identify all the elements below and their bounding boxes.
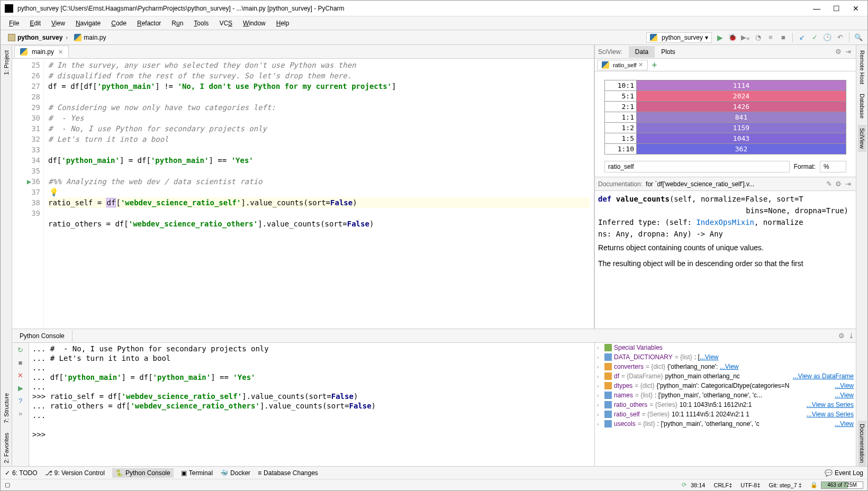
- menu-view[interactable]: View: [47, 19, 69, 28]
- run-button[interactable]: ▶: [715, 33, 725, 42]
- gear-icon[interactable]: ⚙: [834, 179, 843, 189]
- data-tab-ratio-self[interactable]: ratio_self✕: [597, 60, 648, 70]
- rerun-icon[interactable]: ↻: [16, 345, 25, 354]
- download-icon[interactable]: ⤓: [846, 331, 856, 341]
- git-branch[interactable]: Git: step_7 ‡: [769, 482, 802, 488]
- editor-tab-main[interactable]: main.py✕: [14, 46, 69, 58]
- menu-file[interactable]: File: [5, 19, 23, 28]
- side-tab-structure[interactable]: 7: Structure: [2, 390, 11, 426]
- code-editor[interactable]: 25 26 27 28 29 30 31 32 33 34 35 ▶36 37 …: [12, 59, 594, 329]
- var-row[interactable]: ›Special Variables: [595, 343, 856, 352]
- doc-target: for `df['webdev_science_ratio_self'].v..…: [646, 180, 824, 188]
- stop-icon[interactable]: ■: [16, 358, 25, 367]
- bb-todo[interactable]: ✓ 6: TODO: [5, 469, 38, 477]
- menu-code[interactable]: Code: [107, 19, 131, 28]
- menu-navigate[interactable]: Navigate: [71, 19, 105, 28]
- bb-eventlog[interactable]: 💬 Event Log: [825, 469, 863, 477]
- edit-icon[interactable]: ✎: [824, 179, 834, 189]
- var-row[interactable]: ›names = {list} : ['python_main', 'other…: [595, 390, 856, 400]
- python-icon: [602, 61, 609, 69]
- gear-icon[interactable]: ⚙: [837, 331, 846, 341]
- sync-icon[interactable]: ⟳: [682, 481, 686, 488]
- status-icon[interactable]: ▢: [5, 481, 10, 488]
- menu-run[interactable]: Run: [167, 19, 187, 28]
- more-icon[interactable]: »: [16, 408, 25, 418]
- bottom-toolbar: ✓ 6: TODO ⎇ 9: Version Control 🐍 Python …: [1, 466, 867, 479]
- menu-vcs[interactable]: VCS: [215, 19, 237, 28]
- var-row[interactable]: ›DATA_DICTIONARY = {list} : [...View: [595, 352, 856, 362]
- hide-icon[interactable]: ⇥: [843, 47, 853, 57]
- breadcrumb-project[interactable]: python_survey: [5, 33, 71, 42]
- minimize-button[interactable]: —: [813, 4, 820, 13]
- format-label: Format:: [794, 163, 816, 170]
- close-button[interactable]: ✕: [853, 4, 859, 13]
- encoding[interactable]: UTF-8‡: [740, 482, 760, 488]
- add-tab-button[interactable]: +: [648, 59, 661, 71]
- bb-db[interactable]: ≡ Database Changes: [258, 469, 318, 477]
- gear-icon[interactable]: ⚙: [834, 47, 843, 57]
- search-everywhere-button[interactable]: 🔍: [854, 33, 863, 42]
- side-tab-remote[interactable]: Remote Host: [858, 47, 866, 87]
- maximize-button[interactable]: ☐: [833, 4, 840, 13]
- right-tool-tabs: Remote Host Database SciView Documentati…: [856, 45, 867, 466]
- editor-tabs: main.py✕: [12, 45, 594, 59]
- var-row[interactable]: ›dtypes = {dict} {'python_main': Categor…: [595, 381, 856, 390]
- var-row[interactable]: ›ratio_self = {Series} 10:1 1114\n5:1 20…: [595, 410, 856, 419]
- bb-vcs[interactable]: ⎇ 9: Version Control: [45, 469, 105, 477]
- editor-area: main.py✕ 25 26 27 28 29 30 31 32 33 34 3…: [12, 45, 594, 329]
- memory-indicator[interactable]: 463 of 725M: [821, 481, 863, 489]
- stop-button[interactable]: ■: [779, 33, 788, 42]
- menu-tools[interactable]: Tools: [189, 19, 213, 28]
- vcs-history-button[interactable]: 🕒: [822, 33, 832, 42]
- sciview-tab-plots[interactable]: Plots: [655, 46, 682, 58]
- profile-button[interactable]: ◔: [753, 33, 763, 42]
- side-tab-favorites[interactable]: 2: Favorites: [2, 430, 11, 466]
- concurrency-button[interactable]: ≡: [766, 33, 775, 42]
- code[interactable]: # In the survey, any user who selected t…: [44, 59, 594, 329]
- left-tool-tabs: 1: Project 7: Structure 2: Favorites: [1, 45, 12, 466]
- var-row[interactable]: ›df = {DataFrame} python_main otherlang_…: [595, 371, 856, 381]
- run-coverage-button[interactable]: ▶⁎: [740, 33, 750, 42]
- side-tab-project[interactable]: 1: Project: [2, 47, 11, 78]
- execute-icon[interactable]: ▶: [16, 383, 25, 393]
- var-row[interactable]: ›converters = {dict} {'otherlang_none': …: [595, 362, 856, 371]
- console-tab-python[interactable]: Python Console: [12, 330, 73, 342]
- breadcrumb-file[interactable]: main.py: [71, 33, 112, 42]
- var-row[interactable]: ›usecols = {list} : ['python_main', 'oth…: [595, 419, 856, 429]
- menu-window[interactable]: Window: [239, 19, 270, 28]
- close-session-icon[interactable]: ✕: [16, 370, 25, 380]
- bb-console[interactable]: 🐍 Python Console: [112, 468, 174, 478]
- side-tab-database[interactable]: Database: [858, 90, 866, 122]
- hide-icon[interactable]: ⇥: [843, 179, 853, 189]
- menu-refactor[interactable]: Refactor: [133, 19, 165, 28]
- var-row[interactable]: ›ratio_others = {Series} 10:1 1043\n5:1 …: [595, 400, 856, 410]
- sciview-tab-data[interactable]: Data: [629, 46, 655, 58]
- side-tab-documentation[interactable]: Documentation: [858, 421, 866, 466]
- bb-terminal[interactable]: ▣ Terminal: [181, 469, 213, 477]
- side-tab-sciview[interactable]: SciView: [858, 125, 866, 152]
- variables-panel: ›Special Variables ›DATA_DICTIONARY = {l…: [594, 343, 856, 466]
- line-separator[interactable]: CRLF‡: [713, 482, 732, 488]
- vcs-commit-button[interactable]: ✓: [810, 33, 819, 42]
- lock-icon[interactable]: 🔒: [810, 481, 818, 488]
- console-output[interactable]: ... # - No, I use Python for secondary p…: [29, 343, 594, 466]
- app-window: python_survey [C:\Users\Ernst.Haagsman\P…: [0, 0, 868, 491]
- vcs-revert-button[interactable]: ↶: [835, 33, 845, 42]
- close-icon[interactable]: ✕: [638, 61, 643, 68]
- debug-button[interactable]: 🐞: [728, 33, 737, 42]
- doc-body: def value_counts(self, normalize=False, …: [595, 191, 856, 329]
- heatmap-table: 10:111145:120242:114261:18411:211591:510…: [604, 80, 846, 154]
- doc-header: Documentation: for `df['webdev_science_r…: [595, 177, 856, 191]
- console-body: ↻ ■ ✕ ▶ ? » ... # - No, I use Python for…: [12, 343, 856, 466]
- format-input[interactable]: [820, 161, 846, 172]
- help-icon[interactable]: ?: [16, 396, 25, 405]
- close-tab-icon[interactable]: ✕: [58, 49, 63, 56]
- bb-docker[interactable]: 🐳 Docker: [220, 469, 250, 477]
- menu-edit[interactable]: Edit: [25, 19, 45, 28]
- vcs-update-button[interactable]: ↙: [797, 33, 807, 42]
- variable-name-input[interactable]: [604, 161, 790, 172]
- cursor-position[interactable]: 38:14: [691, 482, 706, 488]
- python-file-icon: [20, 48, 28, 56]
- run-config-selector[interactable]: python_survey ▾: [646, 32, 712, 43]
- menu-help[interactable]: Help: [272, 19, 294, 28]
